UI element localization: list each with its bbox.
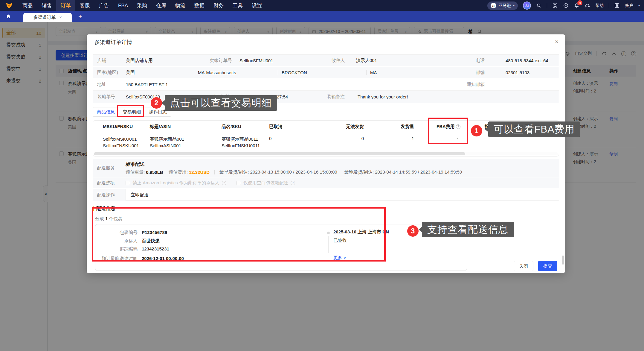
marketplace-label: 亚马逊	[498, 3, 511, 8]
top-nav: 商品 销售 订单 客服 广告 FBA 采购 仓库 物流 数据 财务 工具 设置 …	[0, 0, 644, 11]
info-row-shop: 店铺美国店铺专用 卖家订单号SellfoxSFMU001 收件人演示人001 电…	[93, 55, 559, 67]
annotation-box-delivery-info	[92, 207, 386, 262]
modal-footer: 关闭 提交	[514, 261, 557, 271]
info-row-country: 国家(地区)美国 MA-Massachusetts BROCKTON MA 邮编…	[93, 67, 559, 79]
callout-2-badge: 2	[151, 97, 162, 109]
tab-product-info[interactable]: 商品信息	[93, 107, 119, 117]
ship-now-option[interactable]: 立即配送	[126, 189, 559, 201]
tab-label: 多渠道订单	[33, 15, 56, 20]
order-info-panel: 店铺美国店铺专用 卖家订单号SellfoxSFMU001 收件人演示人001 电…	[93, 54, 559, 103]
option-checkbox[interactable]	[236, 181, 241, 185]
nav-item-settings[interactable]: 设置	[247, 0, 266, 11]
shipping-action-row: 配送操作 立即配送	[93, 189, 559, 201]
amazon-icon: a	[491, 3, 496, 8]
scrollbar-thumb[interactable]	[94, 152, 465, 155]
nav-item-logistics[interactable]: 物流	[171, 0, 190, 11]
shipping-options-row: 配送选项 禁止 Amazon Logistics 作为此订单的承运人? 仅使用空…	[93, 177, 559, 188]
app-screen: 商品 销售 订单 客服 广告 FBA 采购 仓库 物流 数据 财务 工具 设置 …	[0, 0, 644, 351]
callout-2-tooltip: 点击可以查看交易明细	[165, 95, 277, 111]
estimated-fee: 12.32USD	[189, 170, 210, 175]
user-icon	[614, 3, 620, 8]
help-link[interactable]: 帮助	[595, 3, 604, 8]
modal-scrollbar-thumb[interactable]	[562, 256, 564, 265]
divider	[609, 3, 609, 8]
add-tab-button[interactable]: +	[78, 12, 82, 21]
horizontal-scrollbar[interactable]	[94, 152, 558, 155]
annotation-box-fba-fee	[428, 118, 468, 144]
tab-multichannel-orders[interactable]: 多渠道订单 ×	[23, 13, 72, 22]
service-name: 标准配送	[126, 161, 462, 168]
callout-3-tooltip: 支持查看配送信息	[422, 222, 514, 237]
close-icon[interactable]: ×	[555, 39, 558, 45]
nav-item-orders[interactable]: 订单	[56, 0, 75, 11]
caret-down-icon: ▾	[638, 4, 640, 7]
nav-item-data[interactable]: 数据	[190, 0, 209, 11]
divider	[547, 3, 547, 8]
annotation-box-transaction-tab	[117, 105, 144, 117]
account-menu[interactable]: 账户	[625, 3, 633, 8]
nav-item-tools[interactable]: 工具	[228, 0, 247, 11]
nav-item-fba[interactable]: FBA	[114, 0, 132, 11]
callout-1-badge: 1	[471, 125, 482, 136]
submit-button[interactable]: 提交	[538, 261, 557, 271]
marketplace-switcher[interactable]: a 亚马逊 ▾	[487, 1, 518, 10]
divider	[214, 170, 215, 174]
search-icon[interactable]	[536, 3, 542, 8]
home-tab-icon[interactable]	[0, 11, 17, 22]
nav-item-ads[interactable]: 广告	[94, 0, 114, 11]
caret-down-icon: ▾	[513, 4, 515, 7]
nav-item-finance[interactable]: 财务	[209, 0, 228, 11]
notification-badge: 8	[577, 0, 582, 5]
info-row-address: 地址150 BARTLETT ST 1 - - 通知邮箱-	[93, 79, 559, 91]
detail-tabs: 商品信息 交易明细 操作日志	[93, 107, 559, 117]
nav-item-sales[interactable]: 销售	[37, 0, 56, 11]
apps-grid-icon[interactable]	[552, 3, 558, 8]
option-checkbox[interactable]	[126, 181, 130, 185]
close-tab-icon[interactable]: ×	[59, 15, 62, 20]
help-icon[interactable]: ?	[291, 181, 295, 185]
nav-item-warehouse[interactable]: 仓库	[152, 0, 171, 11]
nav-right: a 亚马逊 ▾ AI 8 帮助	[487, 1, 644, 10]
callout-3-badge: 3	[407, 225, 419, 237]
callout-1-tooltip: 可以查看FBA费用	[488, 121, 580, 137]
close-button[interactable]: 关闭	[514, 261, 533, 271]
sellfox-logo-icon[interactable]	[0, 1, 18, 10]
nav-item-purchase[interactable]: 采购	[132, 0, 152, 11]
modal-title: 多渠道订单详情	[94, 39, 132, 46]
main-menu: 商品 销售 订单 客服 广告 FBA 采购 仓库 物流 数据 财务 工具 设置	[18, 0, 266, 11]
nav-item-service[interactable]: 客服	[75, 0, 94, 11]
help-icon[interactable]: ?	[222, 181, 226, 185]
download-center-icon[interactable]	[563, 3, 569, 8]
nav-item-products[interactable]: 商品	[18, 0, 37, 11]
support-headset-icon[interactable]	[585, 3, 590, 8]
shipping-panel: 配送服务 标准配送 预估重量:0.950LB 预估费用:12.32USD 最早发…	[93, 159, 559, 201]
workspace-tabbar: 多渠道订单 × +	[0, 11, 644, 22]
ai-assistant-button[interactable]: AI	[523, 1, 531, 10]
notifications-bell-icon[interactable]: 8	[574, 3, 579, 8]
modal-header: 多渠道订单详情 ×	[87, 34, 565, 50]
shipping-service-row: 配送服务 标准配送 预估重量:0.950LB 预估费用:12.32USD 最早发…	[93, 159, 559, 177]
